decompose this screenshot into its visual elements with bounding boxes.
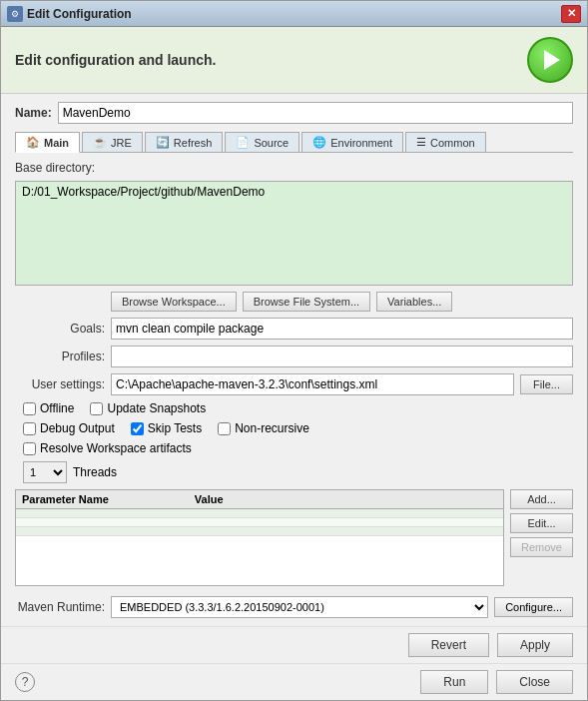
- skip-tests-label: Skip Tests: [148, 421, 202, 435]
- bottom-bar: ? Run Close: [1, 663, 587, 700]
- tab-source[interactable]: 📄 Source: [225, 132, 299, 152]
- tab-refresh[interactable]: 🔄 Refresh: [145, 132, 224, 152]
- goals-row: Goals:: [15, 318, 573, 340]
- skip-tests-checkbox-item: Skip Tests: [131, 421, 202, 435]
- form-section: Base directory: D:/01_Workspace/Project/…: [15, 161, 573, 618]
- debug-output-label: Debug Output: [40, 421, 115, 435]
- header-panel: Edit configuration and launch.: [1, 27, 587, 94]
- edit-button[interactable]: Edit...: [510, 513, 573, 533]
- runtime-label: Maven Runtime:: [15, 600, 105, 614]
- base-dir-label: Base directory:: [15, 161, 573, 175]
- tab-environment[interactable]: 🌐 Environment: [301, 132, 403, 152]
- threads-label: Threads: [73, 465, 117, 479]
- revert-button[interactable]: Revert: [408, 633, 489, 657]
- table-area: Parameter Name Value: [15, 489, 573, 586]
- checkboxes-row-2: Debug Output Skip Tests Non-recursive: [15, 421, 573, 435]
- help-icon: ?: [22, 675, 29, 689]
- goals-label: Goals:: [15, 322, 105, 336]
- base-dir-value: D:/01_Workspace/Project/github/MavenDemo: [15, 181, 573, 286]
- name-row: Name:: [15, 102, 573, 124]
- update-snapshots-checkbox[interactable]: [90, 402, 103, 415]
- title-bar: ⚙ Edit Configuration ✕: [1, 1, 587, 27]
- window-icon: ⚙: [7, 6, 23, 22]
- environment-tab-icon: 🌐: [312, 136, 326, 149]
- remove-button[interactable]: Remove: [510, 537, 573, 557]
- col-value: Value: [189, 490, 260, 509]
- update-snapshots-label: Update Snapshots: [107, 401, 206, 415]
- bottom-buttons: Run Close: [420, 670, 573, 694]
- col-parameter-name: Parameter Name: [16, 490, 189, 509]
- variables-button[interactable]: Variables...: [376, 292, 452, 312]
- user-settings-row: User settings: File...: [15, 373, 573, 395]
- tab-main[interactable]: 🏠 Main: [15, 132, 80, 153]
- main-window: ⚙ Edit Configuration ✕ Edit configuratio…: [0, 0, 588, 701]
- window-title: Edit Configuration: [27, 7, 561, 21]
- content-area: Name: 🏠 Main ☕ JRE 🔄 Refresh 📄 Source �: [1, 94, 587, 626]
- browse-file-system-button[interactable]: Browse File System...: [243, 292, 370, 312]
- non-recursive-checkbox-item: Non-recursive: [218, 421, 309, 435]
- run-action-button[interactable]: Run: [420, 670, 488, 694]
- file-button[interactable]: File...: [520, 374, 573, 394]
- tabs-container: 🏠 Main ☕ JRE 🔄 Refresh 📄 Source 🌐 Enviro…: [15, 132, 573, 153]
- param-table: Parameter Name Value: [16, 490, 503, 536]
- jre-tab-icon: ☕: [93, 136, 107, 149]
- browse-buttons-row: Browse Workspace... Browse File System..…: [15, 292, 573, 312]
- table-row: [16, 509, 503, 518]
- runtime-row: Maven Runtime: EMBEDDED (3.3.3/1.6.2.201…: [15, 596, 573, 618]
- close-action-button[interactable]: Close: [496, 670, 573, 694]
- common-tab-icon: ☰: [416, 136, 426, 149]
- table-row: [16, 518, 503, 527]
- goals-input[interactable]: [111, 318, 573, 340]
- source-tab-icon: 📄: [236, 136, 250, 149]
- footer-row: Revert Apply: [1, 626, 587, 663]
- user-settings-label: User settings:: [15, 377, 105, 391]
- play-icon: [544, 50, 560, 70]
- close-button[interactable]: ✕: [561, 5, 581, 23]
- table-side-buttons: Add... Edit... Remove: [510, 489, 573, 586]
- checkboxes-row-3: Resolve Workspace artifacts: [15, 441, 573, 455]
- resolve-workspace-label: Resolve Workspace artifacts: [40, 441, 192, 455]
- non-recursive-label: Non-recursive: [235, 421, 309, 435]
- param-table-container: Parameter Name Value: [15, 489, 504, 586]
- update-snapshots-checkbox-item: Update Snapshots: [90, 401, 206, 415]
- browse-workspace-button[interactable]: Browse Workspace...: [111, 292, 237, 312]
- offline-checkbox-item: Offline: [23, 401, 74, 415]
- main-tab-icon: 🏠: [26, 136, 40, 149]
- help-button[interactable]: ?: [15, 672, 35, 692]
- runtime-select[interactable]: EMBEDDED (3.3.3/1.6.2.20150902-0001): [111, 596, 488, 618]
- run-button[interactable]: [527, 37, 573, 83]
- offline-checkbox[interactable]: [23, 402, 36, 415]
- configure-button[interactable]: Configure...: [494, 597, 573, 617]
- debug-output-checkbox-item: Debug Output: [23, 421, 115, 435]
- profiles-row: Profiles:: [15, 346, 573, 367]
- threads-select[interactable]: 1 2 4: [23, 461, 67, 483]
- header-text: Edit configuration and launch.: [15, 52, 216, 68]
- table-row: [16, 527, 503, 536]
- resolve-workspace-checkbox[interactable]: [23, 442, 36, 455]
- apply-button[interactable]: Apply: [497, 633, 573, 657]
- refresh-tab-icon: 🔄: [156, 136, 170, 149]
- threads-row: 1 2 4 Threads: [15, 461, 573, 483]
- user-settings-input[interactable]: [111, 373, 514, 395]
- skip-tests-checkbox[interactable]: [131, 422, 144, 435]
- tab-common[interactable]: ☰ Common: [405, 132, 486, 152]
- profiles-label: Profiles:: [15, 350, 105, 363]
- resolve-workspace-checkbox-item: Resolve Workspace artifacts: [23, 441, 192, 455]
- debug-output-checkbox[interactable]: [23, 422, 36, 435]
- add-button[interactable]: Add...: [510, 489, 573, 509]
- name-input[interactable]: [58, 102, 573, 124]
- offline-label: Offline: [40, 401, 74, 415]
- tab-jre[interactable]: ☕ JRE: [82, 132, 143, 152]
- checkboxes-row-1: Offline Update Snapshots: [15, 401, 573, 415]
- non-recursive-checkbox[interactable]: [218, 422, 231, 435]
- profiles-input[interactable]: [111, 346, 573, 367]
- name-label: Name:: [15, 106, 52, 120]
